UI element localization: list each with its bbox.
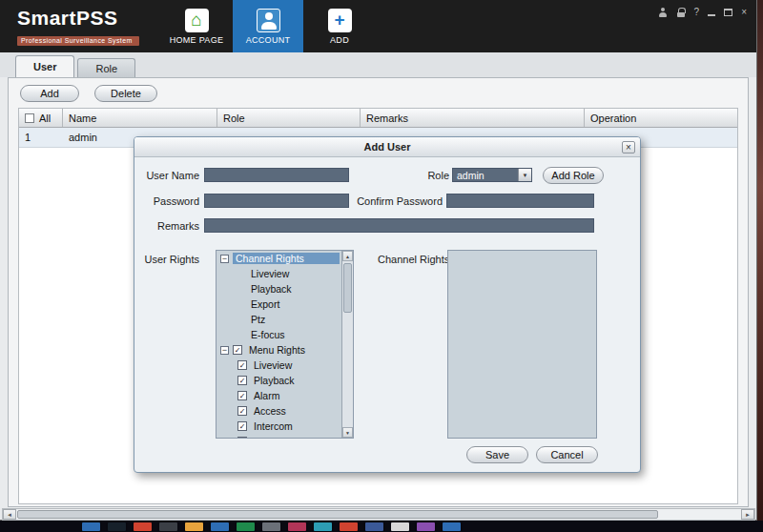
cancel-button[interactable]: Cancel: [536, 446, 598, 463]
scroll-left-button[interactable]: ◄: [3, 509, 16, 520]
save-button[interactable]: Save: [466, 446, 528, 463]
all-column-header: All: [19, 109, 63, 127]
dialog-body: User Name Role admin ▼ Add Role Password…: [134, 157, 640, 473]
user-icon[interactable]: [658, 8, 668, 17]
tree-item-channel-rights[interactable]: −Channel Rights: [217, 251, 341, 266]
user-rights-label: User Rights: [134, 254, 199, 265]
horizontal-scrollbar[interactable]: ◄ ►: [2, 508, 755, 521]
remarks-column-header: Remarks: [361, 109, 585, 127]
tree-item-label: Video Wall: [251, 436, 304, 438]
tree-item-label: Playback: [248, 283, 295, 295]
tree-item-liveview[interactable]: ✓Liveview: [217, 358, 341, 373]
add-user-dialog: Add User × User Name Role admin ▼ Add Ro…: [134, 136, 641, 473]
remarks-label: Remarks: [134, 220, 199, 232]
taskbar-app-icon[interactable]: [211, 522, 229, 531]
tree-item-playback[interactable]: ✓Playback: [217, 373, 341, 388]
taskbar-app-icon[interactable]: [159, 522, 177, 531]
taskbar-app-icon[interactable]: [417, 522, 435, 531]
tree-item-label: Ptz: [248, 314, 268, 325]
tree-item-menu-rights[interactable]: −✓Menu Rights: [217, 342, 341, 358]
tree-scrollbar-thumb[interactable]: [343, 263, 352, 313]
dropdown-arrow-icon[interactable]: ▼: [518, 169, 531, 181]
tree-item-label: Menu Rights: [246, 344, 308, 356]
minimize-icon[interactable]: [708, 14, 715, 16]
checkbox-icon[interactable]: ✓: [237, 376, 247, 385]
nav-account[interactable]: ACCOUNT: [233, 0, 303, 52]
close-icon[interactable]: ×: [741, 8, 747, 17]
role-select[interactable]: admin ▼: [452, 168, 532, 182]
scrollbar-thumb[interactable]: [17, 510, 658, 519]
taskbar-icons: [82, 521, 461, 531]
tree-item-liveview[interactable]: Liveview: [217, 266, 341, 281]
rights-tree: −Channel RightsLiveviewPlaybackExportPtz…: [217, 251, 341, 438]
dialog-close-button[interactable]: ×: [622, 141, 635, 153]
scroll-right-button[interactable]: ►: [741, 509, 754, 520]
taskbar-app-icon[interactable]: [108, 522, 126, 531]
nav-add[interactable]: + ADD: [303, 0, 376, 52]
tree-item-access[interactable]: ✓Access: [217, 403, 341, 419]
scroll-up-icon: ▲: [345, 254, 350, 259]
help-icon[interactable]: ?: [694, 8, 700, 17]
taskbar-app-icon[interactable]: [365, 522, 383, 531]
tree-scroll-up-button[interactable]: ▲: [342, 251, 353, 261]
collapse-icon[interactable]: −: [220, 255, 229, 263]
tab-role[interactable]: Role: [77, 58, 135, 77]
tree-item-label: Channel Rights: [233, 253, 340, 264]
delete-button[interactable]: Delete: [94, 85, 157, 102]
scroll-left-icon: ◄: [7, 512, 12, 518]
remarks-input[interactable]: [204, 218, 594, 233]
tree-scrollbar[interactable]: ▲ ▼: [341, 251, 353, 438]
role-selected-value: admin: [457, 170, 485, 181]
tab-user[interactable]: User: [15, 55, 74, 77]
taskbar-app-icon[interactable]: [185, 522, 203, 531]
nav-home-page[interactable]: ⌂ HOME PAGE: [160, 0, 233, 52]
taskbar-app-icon[interactable]: [391, 522, 409, 531]
tree-scroll-down-button[interactable]: ▼: [342, 427, 353, 438]
main-nav: ⌂ HOME PAGE ACCOUNT + ADD: [160, 0, 376, 52]
taskbar-app-icon[interactable]: [237, 522, 255, 531]
dialog-titlebar[interactable]: Add User ×: [134, 137, 640, 157]
taskbar-app-icon[interactable]: [288, 522, 306, 531]
tree-item-intercom[interactable]: ✓Intercom: [217, 419, 341, 434]
checkbox-icon[interactable]: ✓: [237, 406, 247, 416]
taskbar-app-icon[interactable]: [340, 522, 358, 531]
lock-icon[interactable]: [676, 8, 686, 17]
taskbar-app-icon[interactable]: [134, 522, 152, 531]
tree-item-playback[interactable]: Playback: [217, 281, 341, 297]
role-column-header: Role: [217, 109, 361, 127]
taskbar-app-icon[interactable]: [82, 522, 100, 531]
checkbox-icon[interactable]: ✓: [237, 421, 247, 431]
restore-icon[interactable]: [724, 9, 732, 16]
scroll-right-icon: ►: [745, 512, 751, 518]
tree-item-export[interactable]: Export: [217, 297, 341, 312]
taskbar-app-icon[interactable]: [314, 522, 332, 531]
app-logo: SmartPSS Professional Surveillance Syste…: [17, 7, 139, 47]
tree-item-ptz[interactable]: Ptz: [217, 312, 341, 327]
tree-item-alarm[interactable]: ✓Alarm: [217, 388, 341, 403]
channel-rights-list[interactable]: [447, 250, 597, 439]
checkbox-icon[interactable]: ✓: [237, 437, 247, 438]
checkbox-icon[interactable]: ✓: [237, 391, 247, 400]
tab-strip: User Role: [0, 52, 756, 77]
home-icon: ⌂: [185, 9, 209, 32]
tree-item-e-focus[interactable]: E-focus: [217, 327, 341, 342]
user-rights-tree: −Channel RightsLiveviewPlaybackExportPtz…: [216, 250, 354, 439]
password-input[interactable]: [204, 194, 349, 208]
scroll-down-icon: ▼: [345, 430, 350, 436]
dialog-title: Add User: [364, 141, 411, 153]
checkbox-icon[interactable]: ✓: [237, 360, 247, 370]
taskbar-app-icon[interactable]: [262, 522, 280, 531]
nav-home-label: HOME PAGE: [170, 35, 224, 45]
add-role-button[interactable]: Add Role: [543, 167, 604, 184]
checkbox-icon[interactable]: ✓: [233, 345, 242, 355]
collapse-icon[interactable]: −: [220, 346, 229, 355]
confirm-password-label: Confirm Password: [346, 195, 443, 207]
select-all-checkbox[interactable]: [25, 113, 34, 123]
tree-item-video-wall[interactable]: ✓Video Wall: [217, 434, 341, 438]
add-button[interactable]: Add: [20, 85, 79, 102]
user-name-label: User Name: [134, 170, 199, 181]
all-column-label: All: [39, 113, 51, 124]
user-name-input[interactable]: [204, 168, 349, 182]
confirm-password-input[interactable]: [446, 194, 594, 208]
taskbar-app-icon[interactable]: [443, 522, 461, 531]
